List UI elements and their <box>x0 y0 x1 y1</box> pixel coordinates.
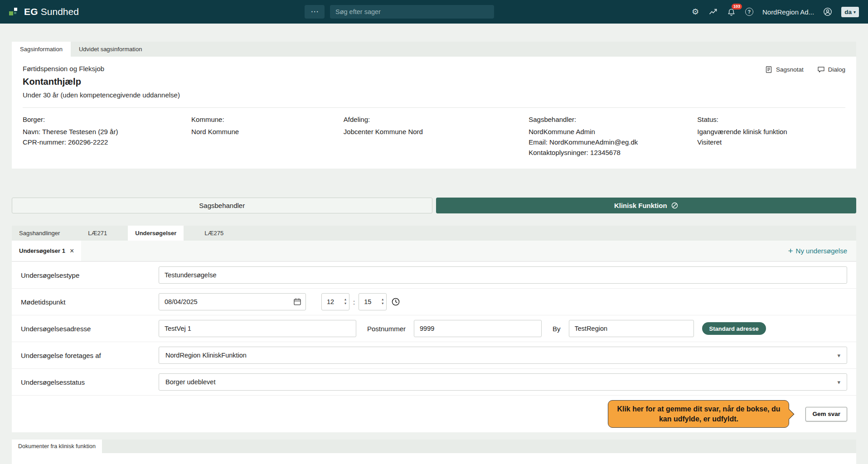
tab-sagshandlinger[interactable]: Sagshandlinger <box>12 226 67 241</box>
info-label: Status: <box>697 116 845 123</box>
chevron-down-icon: ▾ <box>837 352 840 359</box>
info-line: Igangværende klinisk funktion <box>697 126 845 137</box>
row-undersogelsesstatus: Undersøgelsesstatus Borger udeblevet ▾ <box>12 368 856 395</box>
info-line: NordKommune Admin <box>529 126 697 137</box>
row-save: Klik her for at gemme dit svar, når de b… <box>12 395 856 432</box>
foretages-af-label: Undersøgelse foretages af <box>21 352 159 359</box>
case-category: Førtidspension og Fleksjob <box>23 65 845 72</box>
new-undersogelse-label: Ny undersøgelse <box>796 247 847 255</box>
info-line: Kontaktoplysninger: 12345678 <box>529 147 697 158</box>
info-column-status: Status: Igangværende klinisk funktion Vi… <box>697 116 845 158</box>
minute-value: 15 <box>364 298 371 305</box>
pulse-icon[interactable] <box>709 7 718 16</box>
undersogelsesstatus-value: Borger udeblevet <box>165 378 215 386</box>
bottom-tabstrip: Dokumenter fra klinisk funktion <box>12 440 856 453</box>
chevron-down-icon: ▾ <box>853 10 856 14</box>
case-subtitle: Under 30 år (uden kompetencegivende udda… <box>23 91 845 99</box>
divider <box>23 107 845 108</box>
hour-down-icon[interactable]: ▾ <box>344 302 346 306</box>
tab-sagsinformation[interactable]: Sagsinformation <box>12 42 71 57</box>
dialog-button[interactable]: Dialog <box>817 66 845 73</box>
restricted-icon <box>671 202 678 209</box>
hour-value: 12 <box>327 298 334 305</box>
tab-lae275[interactable]: LÆ275 <box>197 226 231 241</box>
case-info-grid: Borger: Navn: Therese Testesen (29 år) C… <box>23 116 845 158</box>
time-field: 12 ▴ ▾ : 15 ▴ ▾ <box>321 293 400 310</box>
sagsnotat-label: Sagsnotat <box>776 66 804 73</box>
date-input[interactable] <box>159 293 306 310</box>
chat-icon <box>817 66 825 73</box>
gem-svar-button[interactable]: Gem svar <box>805 407 847 421</box>
callout-text: Klik her for at gemme dit svar, når de b… <box>617 405 780 423</box>
main-content: Sagsinformation Udvidet sagsinformation … <box>0 24 868 464</box>
row-foretages-af: Undersøgelse foretages af NordRegion Kli… <box>12 342 856 368</box>
minute-down-icon[interactable]: ▾ <box>382 302 383 306</box>
new-undersogelse-link[interactable]: + Ny undersøgelse <box>788 247 848 255</box>
callout-tooltip: Klik her for at gemme dit svar, når de b… <box>608 400 789 428</box>
help-icon[interactable]: ? <box>745 8 753 16</box>
sagsbehandler-button[interactable]: Sagsbehandler <box>12 198 432 213</box>
hour-stepper: ▴ ▾ <box>344 298 346 306</box>
row-modetidspunkt: Mødetidspunkt 12 ▴ ▾ : 15 <box>12 288 856 315</box>
foretages-af-select[interactable]: NordRegion KliniskFunktion ▾ <box>159 347 847 364</box>
time-separator: : <box>353 298 355 306</box>
info-label: Sagsbehandler: <box>529 116 697 123</box>
standard-adresse-button[interactable]: Standard adresse <box>702 322 766 335</box>
bell-icon[interactable]: 103 <box>727 7 736 16</box>
callout-arrow-icon <box>784 409 795 419</box>
info-column-afdeling: Afdeling: Jobcenter Kommune Nord <box>344 116 529 158</box>
info-line: Navn: Therese Testesen (29 år) <box>23 126 191 137</box>
brand-text: EG Sundhed <box>24 6 79 17</box>
info-label: Borger: <box>23 116 191 123</box>
app-brand: EG Sundhed <box>9 6 79 17</box>
tab-lae271[interactable]: LÆ271 <box>81 226 114 241</box>
sagsnotat-button[interactable]: Sagsnotat <box>765 66 804 73</box>
language-value: da <box>844 9 852 15</box>
hour-spinner[interactable]: 12 ▴ ▾ <box>321 293 349 310</box>
notification-badge: 103 <box>732 4 742 10</box>
info-line: Visiteret <box>697 137 845 147</box>
case-tabstrip: Sagsinformation Udvidet sagsinformation <box>12 42 856 57</box>
brand-bold: EG <box>24 6 38 17</box>
gear-icon[interactable]: ⚙ <box>691 7 700 16</box>
by-label: By <box>553 325 561 333</box>
calendar-icon[interactable] <box>293 298 301 306</box>
undersogelsesstatus-select[interactable]: Borger udeblevet ▾ <box>159 373 847 391</box>
brand-rest: Sundhed <box>41 6 79 17</box>
minute-spinner[interactable]: 15 ▴ ▾ <box>359 293 387 310</box>
search-input[interactable] <box>330 5 494 19</box>
postnummer-input[interactable] <box>414 320 542 337</box>
user-name[interactable]: NordRegion Ad... <box>762 8 814 16</box>
info-label: Kommune: <box>191 116 344 123</box>
dokumenter-panel <box>12 453 856 464</box>
case-card-actions: Sagsnotat Dialog <box>765 66 845 73</box>
info-line: CPR-nummer: 260296-2222 <box>23 137 191 147</box>
case-title: Kontanthjælp <box>23 77 845 87</box>
street-input[interactable] <box>159 320 356 337</box>
topbar: EG Sundhed ⋯ ⚙ 103 ? NordRegion Ad... da… <box>0 0 868 24</box>
row-undersogelsesadresse: Undersøgelsesadresse Postnummer By Stand… <box>12 315 856 342</box>
info-label: Afdeling: <box>344 116 529 123</box>
undersogelsestype-input[interactable] <box>159 266 847 284</box>
modetidspunkt-label: Mødetidspunkt <box>21 298 159 306</box>
note-icon <box>765 66 773 73</box>
language-select[interactable]: da ▾ <box>841 7 859 17</box>
info-column-sagsbehandler: Sagsbehandler: NordKommune Admin Email: … <box>529 116 697 158</box>
clock-icon[interactable] <box>391 297 400 306</box>
undersogelsestype-label: Undersøgelsestype <box>21 271 159 279</box>
undersogelse-item-label: Undersøgelser 1 <box>19 247 65 254</box>
close-icon[interactable]: × <box>70 247 74 255</box>
role-button-row: Sagsbehandler Klinisk Funktion <box>12 198 856 213</box>
tab-dokumenter-fra-klinisk-funktion[interactable]: Dokumenter fra klinisk funktion <box>12 440 102 453</box>
tab-udvidet-sagsinformation[interactable]: Udvidet sagsinformation <box>71 42 150 57</box>
panel-header: Undersøgelser 1 × + Ny undersøgelse <box>12 241 856 261</box>
tab-undersogelser[interactable]: Undersøgelser <box>128 226 184 241</box>
more-button[interactable]: ⋯ <box>305 5 325 19</box>
info-line: Nord Kommune <box>191 126 344 137</box>
info-line: Email: NordKommuneAdmin@eg.dk <box>529 137 697 147</box>
klinisk-funktion-button[interactable]: Klinisk Funktion <box>436 198 857 213</box>
case-card: Sagsnotat Dialog Førtidspension og Fleks… <box>12 57 856 169</box>
undersogelse-item-tab[interactable]: Undersøgelser 1 × <box>12 241 81 261</box>
by-input[interactable] <box>569 320 694 337</box>
user-icon[interactable] <box>823 7 832 16</box>
